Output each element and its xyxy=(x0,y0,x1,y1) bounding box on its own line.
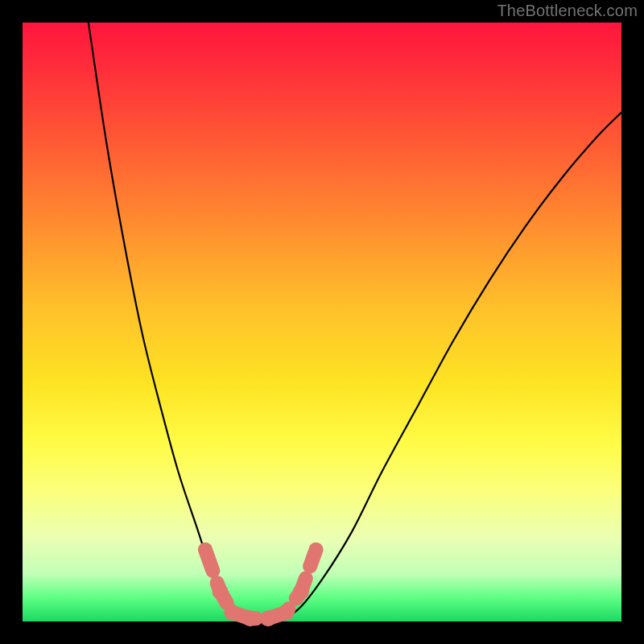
marker-dot xyxy=(293,584,309,600)
marker-dot xyxy=(242,610,258,626)
plot-area xyxy=(23,23,621,621)
marker-dot xyxy=(224,605,240,621)
marker-dot xyxy=(312,545,321,555)
curve-layer xyxy=(23,23,621,621)
marker-dot xyxy=(260,610,276,626)
marker-dot xyxy=(278,605,294,621)
highlight-markers xyxy=(200,545,321,627)
marker-dot xyxy=(213,584,229,600)
watermark-text: TheBottleneck.com xyxy=(497,2,638,20)
chart-container: TheBottleneck.com xyxy=(0,0,644,644)
bottleneck-curve xyxy=(89,23,621,623)
marker-dot xyxy=(200,545,210,555)
